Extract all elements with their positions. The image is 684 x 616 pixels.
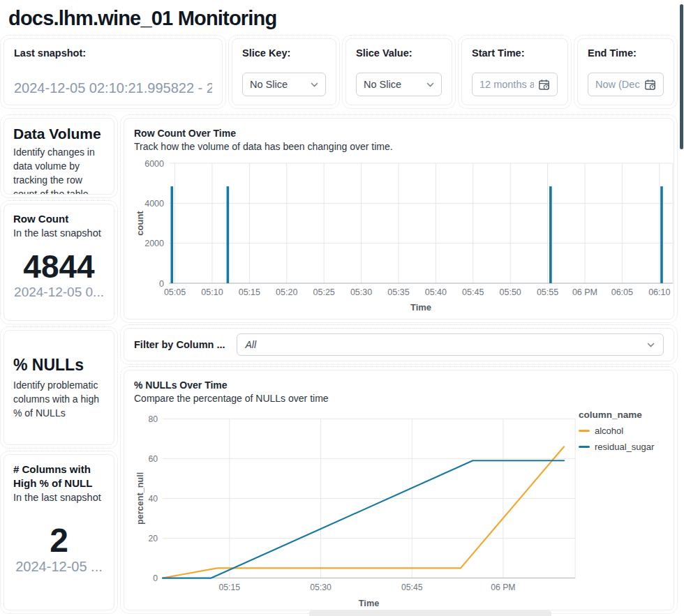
nulls-chart-title: % NULLs Over Time <box>134 379 664 391</box>
end-time-value: Now (Dec 04,... <box>595 79 640 90</box>
svg-text:40: 40 <box>149 494 158 504</box>
nulls-chart-subtitle: Compare the percentage of NULLs over tim… <box>134 391 664 405</box>
slice-key-value: No Slice <box>250 79 288 90</box>
svg-text:20: 20 <box>149 534 158 543</box>
svg-text:2000: 2000 <box>144 239 164 248</box>
chevron-down-icon <box>311 82 318 87</box>
high-null-columns-value: 2 <box>13 523 105 559</box>
svg-text:05:15: 05:15 <box>219 583 241 592</box>
last-snapshot-value: 2024-12-05 02:10:21.995822 - 2024-1... <box>14 80 212 96</box>
filter-by-column-value: All <box>246 339 257 350</box>
svg-text:05:30: 05:30 <box>310 583 332 592</box>
row-count-timestamp: 2024-12-05 0... <box>13 285 105 300</box>
calendar-icon[interactable] <box>644 79 656 91</box>
row-count-card: Row Count In the last snapshot 4844 2024… <box>3 204 114 321</box>
svg-text:80: 80 <box>149 414 158 424</box>
data-volume-card: Data Volume Identify changes in data vol… <box>3 118 114 195</box>
chevron-down-icon <box>647 343 655 347</box>
svg-text:05:25: 05:25 <box>313 287 335 297</box>
legend-item-alcohol[interactable]: alcohol <box>579 426 664 436</box>
row-count-chart-card: Row Count Over Time Track how the volume… <box>124 118 674 320</box>
row-count-over-time-chart: 020004000600005:0505:1005:1505:2005:2505… <box>134 156 674 318</box>
svg-text:05:45: 05:45 <box>401 583 423 592</box>
alcohol-swatch-icon <box>579 430 590 432</box>
high-null-columns-timestamp: 2024-12-05 ... <box>13 559 105 575</box>
sidebar-column: Data Volume Identify changes in data vol… <box>3 118 114 610</box>
row-count-subtitle: In the last snapshot <box>13 226 105 240</box>
start-time-label: Start Time: <box>472 47 558 59</box>
page-header: docs.lhm.wine_01 Monitoring <box>0 0 684 33</box>
chevron-down-icon <box>426 82 434 87</box>
percent-nulls-description: Identify problematic columns with a high… <box>13 378 105 420</box>
legend-label-residual-sugar: residual_sugar <box>595 442 654 452</box>
filters-row: Last snapshot: 2024-12-05 02:10:21.99582… <box>3 38 674 105</box>
legend-title: column_name <box>579 410 664 420</box>
svg-text:05:15: 05:15 <box>239 287 260 297</box>
slice-value-card: Slice Value: No Slice <box>345 38 452 105</box>
slice-key-label: Slice Key: <box>242 47 326 59</box>
svg-text:05:10: 05:10 <box>201 287 223 297</box>
svg-text:Time: Time <box>359 599 379 608</box>
nulls-over-time-chart: 02040608005:1505:3005:4506 PMTimepercent… <box>134 407 579 610</box>
svg-text:05:45: 05:45 <box>462 287 484 297</box>
svg-text:06 PM: 06 PM <box>572 287 597 297</box>
last-snapshot-card: Last snapshot: 2024-12-05 02:10:21.99582… <box>3 38 223 105</box>
slice-value-label: Slice Value: <box>356 47 442 59</box>
slice-key-card: Slice Key: No Slice <box>232 38 336 105</box>
slice-value-value: No Slice <box>364 79 401 90</box>
svg-text:count: count <box>135 211 145 236</box>
calendar-icon[interactable] <box>538 79 550 91</box>
svg-text:05:30: 05:30 <box>350 287 372 297</box>
percent-nulls-card: % NULLs Identify problematic columns wit… <box>3 330 114 445</box>
end-time-label: End Time: <box>588 47 664 59</box>
high-null-columns-subtitle: In the last snapshot <box>13 490 105 504</box>
start-time-value: 12 months a... <box>479 79 534 90</box>
svg-text:6000: 6000 <box>144 159 164 169</box>
start-time-input[interactable]: 12 months a... <box>472 73 558 96</box>
nulls-chart-row: 02040608005:1505:3005:4506 PMTimepercent… <box>134 407 664 610</box>
filter-by-column-select[interactable]: All <box>237 333 664 356</box>
svg-text:05:05: 05:05 <box>164 287 186 297</box>
svg-text:Time: Time <box>410 302 431 313</box>
main-content: Data Volume Identify changes in data vol… <box>3 118 674 610</box>
svg-text:0: 0 <box>153 573 158 583</box>
row-count-chart-subtitle: Track how the volume of data has been ch… <box>134 140 664 153</box>
data-volume-title: Data Volume <box>13 126 105 142</box>
dashboard-page: docs.lhm.wine_01 Monitoring Last snapsho… <box>0 0 684 616</box>
legend-label-alcohol: alcohol <box>595 426 623 436</box>
svg-text:05:20: 05:20 <box>276 287 297 297</box>
last-snapshot-label: Last snapshot: <box>14 47 212 59</box>
row-count-chart-title: Row Count Over Time <box>134 127 664 140</box>
svg-text:60: 60 <box>149 454 158 464</box>
svg-text:4000: 4000 <box>144 199 164 209</box>
residual-sugar-swatch-icon <box>579 446 590 448</box>
svg-text:percent_null: percent_null <box>135 472 145 525</box>
vertical-scrollbar-thumb[interactable] <box>680 4 683 149</box>
svg-text:06 PM: 06 PM <box>491 583 515 592</box>
svg-text:05:40: 05:40 <box>425 287 447 297</box>
charts-column: Row Count Over Time Track how the volume… <box>124 118 674 610</box>
svg-text:05:55: 05:55 <box>537 287 558 297</box>
row-count-value: 4844 <box>13 248 105 285</box>
horizontal-scrollbar-thumb[interactable] <box>309 610 551 616</box>
svg-text:06:05: 06:05 <box>611 287 633 297</box>
svg-text:06:10: 06:10 <box>648 287 670 297</box>
svg-text:05:50: 05:50 <box>500 287 521 297</box>
legend-item-residual-sugar[interactable]: residual_sugar <box>579 442 664 452</box>
chart-legend: column_name alcohol residual_sugar <box>579 407 664 610</box>
slice-key-select[interactable]: No Slice <box>242 73 326 96</box>
page-title: docs.lhm.wine_01 Monitoring <box>8 7 674 30</box>
end-time-input[interactable]: Now (Dec 04,... <box>588 73 664 96</box>
slice-value-select[interactable]: No Slice <box>356 73 442 96</box>
start-time-card: Start Time: 12 months a... <box>461 38 568 105</box>
high-null-columns-title: # Columns with High % of NULL <box>13 463 105 490</box>
row-count-title: Row Count <box>13 212 105 226</box>
nulls-chart-card: % NULLs Over Time Compare the percentage… <box>124 370 674 610</box>
filter-by-column-label: Filter by Column ... <box>134 339 225 350</box>
end-time-card: End Time: Now (Dec 04,... <box>577 38 674 105</box>
filter-by-column-card: Filter by Column ... All <box>124 328 674 361</box>
high-null-columns-card: # Columns with High % of NULL In the las… <box>3 454 114 610</box>
percent-nulls-title: % NULLs <box>13 356 105 375</box>
data-volume-description: Identify changes in data volume by track… <box>13 145 105 195</box>
svg-text:05:35: 05:35 <box>387 287 409 297</box>
